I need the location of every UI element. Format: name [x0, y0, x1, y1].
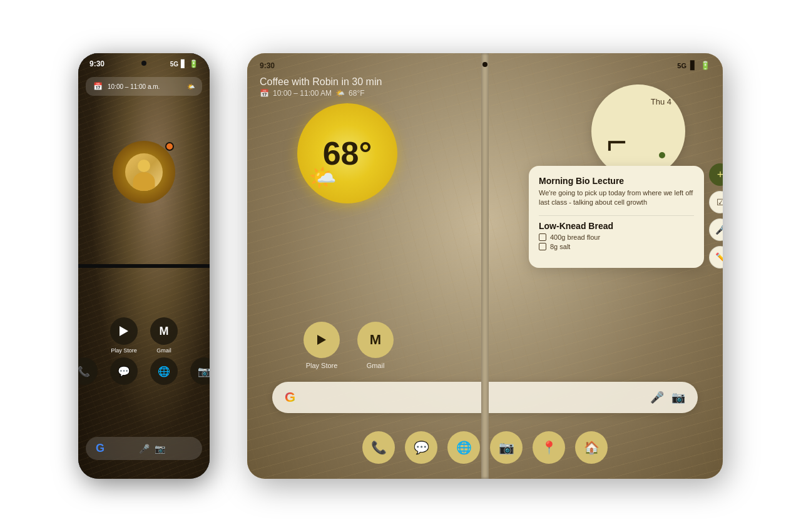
calendar-icon: 📅	[93, 82, 103, 91]
profile-circle	[113, 141, 175, 203]
clock-circle: Thu 4 ⌐	[591, 84, 685, 178]
phone-folded: 9:30 5G ▋ 🔋 📅 10:00 – 11:00 a.m. 🌤️	[78, 53, 210, 479]
note-1-title: Morning Bio Lecture	[539, 176, 694, 186]
profile-avatar	[125, 153, 163, 191]
gmail-icon-tablet: M	[370, 332, 381, 348]
phone-app-camera[interactable]: 📷	[190, 357, 210, 385]
tablet-unfolded: 9:30 5G ▋ 🔋 Coffee with Robin in 30 min …	[247, 53, 723, 479]
phone-app-messages[interactable]: 💬	[110, 357, 138, 385]
tablet-app-row: Play Store M Gmail	[304, 322, 394, 369]
battery-icon: 🔋	[189, 59, 198, 68]
phone-app-row-1: Play Store M Gmail	[78, 317, 210, 354]
dock-camera[interactable]: 📷	[490, 431, 523, 464]
mic-notes-icon: 🎤	[715, 225, 723, 235]
phone-profile-widget	[113, 141, 175, 203]
note-2-item-1: 400g bread flour	[539, 233, 694, 241]
tablet-gmail[interactable]: M Gmail	[357, 322, 394, 369]
phone-time: 9:30	[89, 59, 105, 68]
weather-circle: 68° 🌤️	[297, 103, 397, 203]
tablet-hinge	[481, 53, 489, 479]
signal-bars-icon: ▋	[181, 59, 186, 68]
tablet-play-store-icon[interactable]	[304, 322, 340, 358]
phone-notif-time: 10:00 – 11:00 a.m.	[108, 83, 160, 90]
tablet-camera	[482, 62, 487, 67]
edit-button[interactable]: ✏️	[709, 246, 723, 269]
note-1-text: We're going to pick up today from where …	[539, 188, 694, 208]
tablet-signal-label: 5G	[677, 62, 686, 69]
messages-icon[interactable]: 💬	[110, 357, 138, 385]
phone-search-bar[interactable]: 🎤 📷	[112, 444, 192, 454]
notif-weather-icon: 🌤️	[335, 89, 345, 98]
phone-app-chrome[interactable]: 🌐	[150, 357, 178, 385]
gmail-label: Gmail	[156, 347, 171, 354]
notif-temp-text: 68°F	[349, 89, 364, 98]
notification-dot	[165, 142, 174, 151]
tablet-time: 9:30	[260, 61, 275, 70]
checkbox-icon: ☑	[717, 197, 723, 207]
play-triangle-icon	[120, 326, 128, 336]
plus-icon: +	[717, 168, 723, 182]
phone-play-store[interactable]: Play Store	[110, 317, 138, 354]
notes-actions: + ☑ 🎤 ✏️	[709, 163, 723, 269]
weather-widget: 68° 🌤️	[297, 103, 397, 203]
notif-time-text: 10:00 – 11:00 AM	[273, 89, 332, 98]
search-lens-icon[interactable]: 📷	[671, 391, 685, 404]
tablet-gmail-label: Gmail	[367, 362, 385, 369]
tablet-play-store-label: Play Store	[306, 362, 338, 369]
weather-sun-icon: 🌤️	[309, 165, 337, 191]
dock-home[interactable]: 🏠	[575, 431, 608, 464]
checkbox-salt	[539, 243, 546, 250]
phone-icon[interactable]: 📞	[78, 357, 98, 385]
play-store-icon[interactable]	[110, 317, 138, 345]
gmail-m-icon: M	[160, 325, 169, 338]
phone-camera	[141, 61, 146, 66]
play-icon	[317, 335, 326, 345]
clock-date: Thu 4	[651, 97, 671, 106]
voice-button[interactable]: 🎤	[709, 218, 723, 241]
pencil-icon: ✏️	[715, 252, 723, 262]
dock-chrome[interactable]: 🌐	[447, 431, 480, 464]
mic-icon[interactable]: 🎤	[139, 444, 150, 454]
phone-app-phone[interactable]: 📞	[78, 357, 98, 385]
note-1: Morning Bio Lecture We're going to pick …	[539, 176, 694, 208]
notes-divider	[539, 215, 694, 216]
weather-small-icon: 🌤️	[187, 83, 195, 90]
gmail-icon[interactable]: M	[150, 317, 178, 345]
phone-gmail[interactable]: M Gmail	[150, 317, 178, 354]
salt-text: 8g salt	[550, 243, 570, 250]
notif-calendar-icon: 📅	[260, 89, 269, 98]
phone-wallpaper: 9:30 5G ▋ 🔋 📅 10:00 – 11:00 a.m. 🌤️	[78, 53, 210, 479]
chrome-icon[interactable]: 🌐	[150, 357, 178, 385]
add-note-button[interactable]: +	[709, 163, 723, 186]
phone-status-icons: 5G ▋ 🔋	[170, 59, 198, 68]
checkbox-button[interactable]: ☑	[709, 191, 723, 213]
dock-phone[interactable]: 📞	[362, 431, 395, 464]
dock-maps[interactable]: 📍	[533, 431, 565, 464]
lens-icon[interactable]: 📷	[155, 444, 165, 454]
clock-widget: Thu 4 ⌐	[591, 84, 685, 178]
clock-time-display: ⌐	[606, 125, 627, 160]
play-store-label: Play Store	[111, 347, 137, 354]
clock-number-icon: ⌐	[606, 122, 627, 161]
flour-text: 400g bread flour	[550, 233, 600, 241]
phone-app-row-2: 📞 💬 🌐 📷	[78, 357, 210, 385]
camera-icon[interactable]: 📷	[190, 357, 210, 385]
phone-signal-label: 5G	[170, 61, 178, 68]
search-mic-icon[interactable]: 🎤	[650, 391, 664, 404]
google-g-tablet-icon[interactable]: G	[285, 389, 295, 406]
phone-dock: G 🎤 📷	[86, 437, 202, 460]
note-2: Low-Knead Bread 400g bread flour 8g salt	[539, 221, 694, 250]
tablet-status-icons: 5G ▋ 🔋	[677, 61, 710, 70]
phone-notification-card: 📅 10:00 – 11:00 a.m. 🌤️	[86, 77, 202, 96]
google-g-icon[interactable]: G	[96, 442, 105, 455]
phone-screen: 9:30 5G ▋ 🔋 📅 10:00 – 11:00 a.m. 🌤️	[78, 53, 210, 479]
dock-messages[interactable]: 💬	[405, 431, 437, 464]
tablet-play-store[interactable]: Play Store	[304, 322, 340, 369]
tablet-signal-icon: ▋	[690, 61, 696, 70]
checkbox-flour	[539, 233, 546, 241]
tablet-battery-icon: 🔋	[700, 61, 710, 70]
note-2-title: Low-Knead Bread	[539, 221, 694, 231]
notes-widget: + ☑ 🎤 ✏️ Morning Bio Lecture We're going…	[529, 166, 704, 268]
tablet-gmail-icon[interactable]: M	[357, 322, 394, 358]
clock-dot	[659, 152, 665, 158]
